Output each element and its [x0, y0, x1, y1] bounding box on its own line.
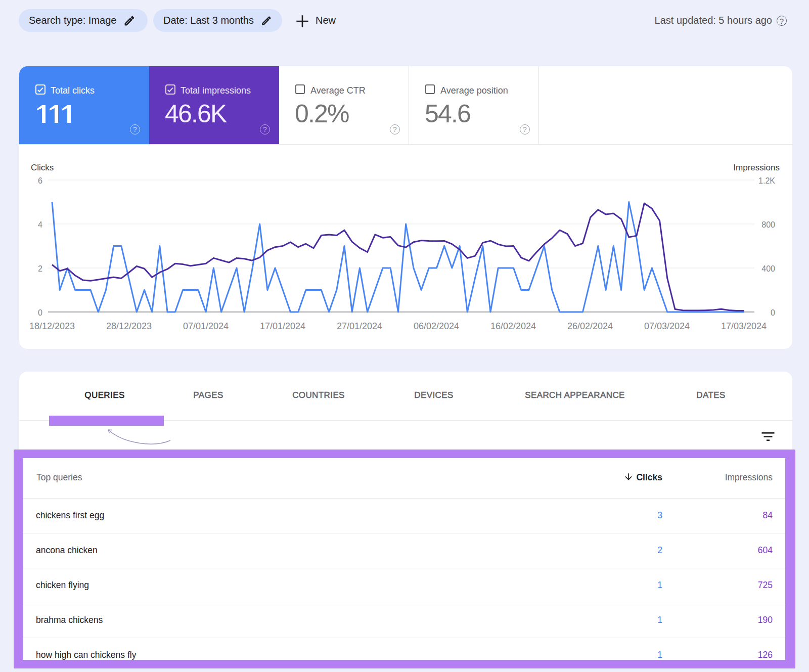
svg-text:06/02/2024: 06/02/2024: [414, 321, 459, 331]
svg-text:Clicks: Clicks: [31, 163, 54, 172]
svg-text:07/03/2024: 07/03/2024: [644, 321, 690, 331]
svg-text:400: 400: [761, 264, 775, 273]
svg-text:Impressions: Impressions: [733, 163, 780, 172]
svg-text:27/01/2024: 27/01/2024: [337, 321, 382, 331]
svg-text:16/02/2024: 16/02/2024: [490, 321, 536, 331]
svg-text:17/03/2024: 17/03/2024: [721, 321, 767, 331]
svg-text:0: 0: [771, 308, 775, 317]
svg-text:07/01/2024: 07/01/2024: [183, 321, 229, 331]
svg-text:0: 0: [38, 308, 42, 317]
svg-text:26/02/2024: 26/02/2024: [567, 321, 613, 331]
svg-text:17/01/2024: 17/01/2024: [260, 321, 305, 331]
svg-text:800: 800: [761, 220, 775, 229]
svg-text:18/12/2023: 18/12/2023: [29, 321, 75, 331]
svg-text:28/12/2023: 28/12/2023: [106, 321, 152, 331]
svg-text:1.2K: 1.2K: [758, 176, 775, 185]
svg-text:4: 4: [38, 220, 42, 229]
svg-text:6: 6: [38, 176, 42, 185]
svg-text:2: 2: [38, 264, 42, 273]
